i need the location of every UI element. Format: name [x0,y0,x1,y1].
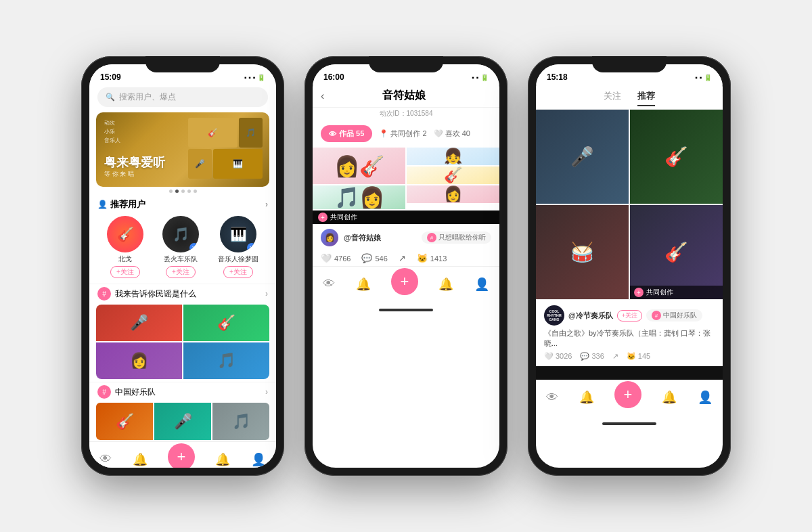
content-cell-5: 👩 [407,185,499,203]
user-name-2: 丢火车乐队 [164,254,198,264]
cat-icon: 🐱 [417,253,428,263]
nav-home-3[interactable]: 👁 [546,391,558,405]
follow-btn-1[interactable]: +关注 [110,266,140,278]
avatar-navy: 🎹 V [220,216,256,252]
chin-bar-2 [313,304,499,316]
nav-home-2[interactable]: 👁 [323,277,335,291]
banner-dots [89,187,276,194]
nav-profile[interactable]: 👤 [251,452,266,467]
content-cell-tall-2: 🎵👩 [313,185,405,209]
image-grid-1: 🎤 🎸 👩 🎵 [96,305,269,379]
feed-heart-icon: 🤍 [544,352,554,361]
search-bar[interactable]: 🔍 搜索用户、爆点 [97,87,268,107]
nav-notify-2[interactable]: 🔔 [438,277,453,292]
arrow-icon: › [265,200,268,209]
black-bar [536,366,723,380]
feed-name: @冷节奏乐队 [568,311,613,321]
follow-btn-2[interactable]: +关注 [166,266,196,278]
nav-plus-3[interactable]: + [614,381,641,408]
time-1: 15:09 [100,72,121,82]
nav-plus[interactable]: + [168,443,195,468]
phone-2: 16:00 ▪ ▪ 🔋 ‹ 音符姑娘 动次ID：1031584 👁 作品 55 [304,56,508,476]
tab-follow[interactable]: 关注 [604,90,621,106]
home-icon-2: 👁 [323,277,335,291]
user-item-3: 🎹 V 音乐人徐梦圆 +关注 [218,216,258,278]
topic-arrow-1: › [265,289,268,298]
search-icon: 🔍 [106,93,115,102]
feed-item: COOLRHYTHMGANG @冷节奏乐队 +关注 # 中国好乐队 《自由之歌》… [536,299,723,366]
profile-icon-3: 👤 [698,390,713,405]
screen-content-3: 关注 推荐 🎤 🎸 🥁 🎸 [536,85,723,430]
nav-notify-3[interactable]: 🔔 [662,390,677,405]
time-3: 15:18 [547,72,568,82]
user-icon: 👤 [97,200,108,209]
user-item-2: 🎵 V 丢火车乐队 +关注 [162,216,199,278]
nav-plus-2[interactable]: + [391,268,418,295]
image-grid-2: 🎸 🎤 🎵 [96,403,269,440]
status-icons-1: ▪ ▪ ▪ 🔋 [244,74,265,81]
nav-discover-2[interactable]: 🔔 [356,277,371,292]
nav-home[interactable]: 👁 [99,452,112,466]
works-stat[interactable]: 👁 作品 55 [321,125,372,142]
notify-icon-3: 🔔 [662,390,677,405]
plus-icon-3: + [634,288,644,297]
nav-profile-3[interactable]: 👤 [698,390,713,405]
video-cell-2: 🎸 [630,110,723,204]
discover-icon-3: 🔔 [579,390,594,405]
plus-icon: + [318,213,328,222]
banner-side-labels: 动次 小乐 音乐人 [104,119,120,144]
topic-icon-2: # [97,385,111,399]
home-indicator-2 [379,309,433,311]
feed-comment-icon: 💬 [580,352,589,361]
banner-area[interactable]: 动次 小乐 音乐人 粤来粤爱听 等 你 来 唱 🎸 🎵 🎤 🎹 [96,112,269,187]
status-icons-3: ▪ ▪ 🔋 [695,74,712,81]
video-cell-1: 🎤 [536,110,629,204]
stats-row: 👁 作品 55 📍 共同创作 2 🤍 喜欢 40 [313,123,499,148]
content-cell-2: 👧 [407,148,499,165]
user-name-3: 音乐人徐梦圆 [218,254,258,264]
phone-3: 15:18 ▪ ▪ 🔋 关注 推荐 🎤 🎸 [528,56,731,476]
heart-icon-2: 🤍 [321,253,332,263]
screen-3: 15:18 ▪ ▪ 🔋 关注 推荐 🎤 🎸 [536,64,723,468]
profile-icon: 👤 [251,452,266,467]
home-indicator-3 [602,422,656,425]
v-badge-2: V [247,243,256,252]
search-container: 🔍 搜索用户、爆点 [89,85,276,112]
collab-banner: + 共同创作 [313,210,499,224]
chin-bar-3 [536,418,723,430]
cool-badge: COOLRHYTHMGANG [544,305,564,326]
feed-hashtag: # 中国好乐队 [646,309,702,322]
topic-row-2[interactable]: # 中国好乐队 › [89,382,276,401]
feed-share: ↗ [612,352,618,361]
eye-icon: 👁 [329,130,336,138]
share-icon: ↗ [399,253,406,263]
nav-discover-3[interactable]: 🔔 [579,390,594,405]
recommended-users: 🎸 北戈 +关注 🎵 V 丢火车乐队 +关注 [89,213,276,284]
notify-icon-2: 🔔 [438,277,453,292]
collab-text-3: 共同创作 [646,288,673,297]
video-grid: 🎤 🎸 🥁 🎸 + 共同创作 [536,110,723,299]
session-id: 动次ID：1031584 [313,108,499,123]
profile-title: 音符姑娘 [330,89,478,103]
section-label: 推荐用户 [110,198,145,210]
nav-discover[interactable]: 🔔 [133,452,148,467]
topic-row-1[interactable]: # 我来告诉你民谣是什么 › [89,284,276,303]
nav-notify[interactable]: 🔔 [215,452,230,467]
tab-recommend[interactable]: 推荐 [637,90,655,106]
follow-btn-3[interactable]: +关注 [223,266,253,278]
banner-text: 粤来粤爱听 等 你 来 唱 [104,156,165,179]
notch-3 [592,56,667,72]
nav-profile-2[interactable]: 👤 [474,277,489,292]
bottom-nav-2: 👁 🔔 + 🔔 👤 [313,266,499,304]
collab-overlay: + 共同创作 [630,286,723,299]
feed-comments: 💬 336 [580,352,604,361]
follow-feed-btn[interactable]: +关注 [617,310,642,322]
topic-icon-1: # [97,287,111,301]
profile-header: ‹ 音符姑娘 [313,85,499,108]
banner-subtitle: 等 你 来 唱 [104,170,165,179]
back-button[interactable]: ‹ [321,90,324,102]
comment-icon: 💬 [361,253,372,263]
post-author: @音符姑娘 [344,233,416,243]
screen-2: 16:00 ▪ ▪ 🔋 ‹ 音符姑娘 动次ID：1031584 👁 作品 55 [313,64,499,468]
location-icon: 📍 [379,129,388,137]
